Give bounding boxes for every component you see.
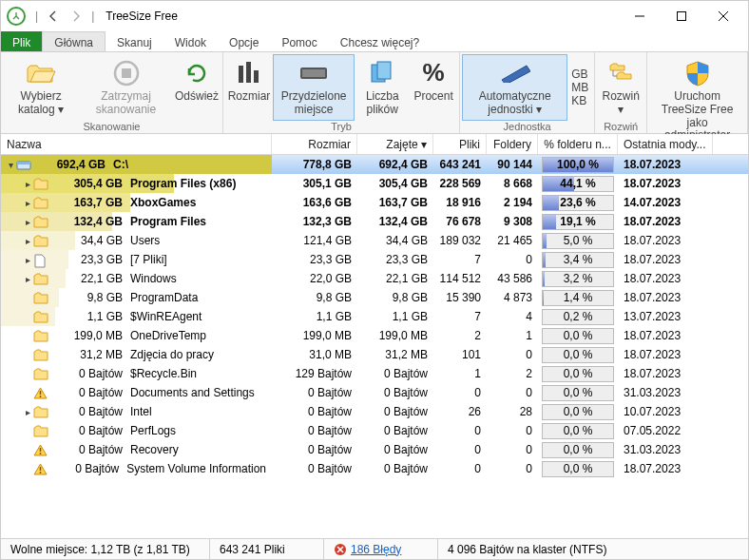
menu-home[interactable]: Główna [42,31,106,51]
forward-button[interactable] [65,5,87,28]
table-row[interactable]: 0 BajtówRecovery0 Bajtów0 Bajtów000,0 %3… [1,440,748,459]
cell-size: 9,8 GB [272,288,357,307]
cell-date: 18.07.2023 [618,345,713,364]
expand-button[interactable]: Rozwiń ▾ [597,54,644,121]
svg-marker-13 [502,66,530,83]
table-row[interactable]: ▸0 BajtówIntel0 Bajtów0 Bajtów26280,0 %1… [1,402,748,421]
folder-icon [33,368,48,380]
drive-icon [16,159,31,171]
folder-open-icon [26,58,56,88]
svg-rect-7 [246,62,251,83]
cell-name: ▸305,4 GBProgram Files (x86) [1,174,272,193]
unit-gb-button[interactable]: GB [571,68,588,81]
status-errors-link[interactable]: 186 Błędy [351,543,401,556]
cell-percent: 1,4 % [538,288,618,307]
mode-filecount-button[interactable]: Liczba plików [355,54,410,121]
expander-icon[interactable]: ▸ [22,179,33,189]
warning-icon [33,463,48,475]
table-row[interactable]: ▸163,7 GBXboxGames163,6 GB163,7 GB18 916… [1,193,748,212]
close-button[interactable] [702,1,744,31]
col-files[interactable]: Pliki [433,134,487,154]
table-row[interactable]: 0 BajtówSystem Volume Information0 Bajtó… [1,459,748,478]
table-row[interactable]: ▸22,1 GBWindows22,0 GB22,1 GB114 51243 5… [1,269,748,288]
table-row[interactable]: 199,0 MBOneDriveTemp199,0 MB199,0 MB210,… [1,326,748,345]
col-name[interactable]: Nazwa [1,134,272,154]
cell-folders: 90 144 [487,155,538,174]
expander-icon[interactable]: ▸ [22,274,33,284]
select-directory-button[interactable]: Wybierz katalog ▾ [3,54,79,121]
row-size-inline: 23,3 GB [54,253,123,266]
file-icon [33,254,48,266]
table-row[interactable]: ▸132,4 GBProgram Files132,3 GB132,4 GB76… [1,212,748,231]
back-button[interactable] [42,5,65,28]
cell-folders: 1 [487,326,538,345]
cell-folders: 2 194 [487,193,538,212]
cell-files: 26 [433,402,487,421]
row-name-label: OneDriveTemp [130,329,206,342]
table-row[interactable]: 0 BajtówDocuments and Settings0 Bajtów0 … [1,383,748,402]
table-row[interactable]: 1,1 GB$WinREAgent1,1 GB1,1 GB740,2 %13.0… [1,307,748,326]
cell-used: 0 Bajtów [357,402,433,421]
row-size-inline: 0 Bajtów [54,386,123,399]
row-name-label: [7 Pliki] [130,253,167,266]
cell-name: 0 BajtówRecovery [1,440,272,459]
table-row[interactable]: 0 BajtówPerfLogs0 Bajtów0 Bajtów000,0 %0… [1,421,748,440]
refresh-button[interactable]: Odśwież [173,54,221,121]
status-errors[interactable]: 186 Błędy [324,539,438,559]
menu-help[interactable]: Pomoc [270,31,328,51]
expander-icon[interactable]: ▸ [22,198,33,208]
table-row[interactable]: 0 Bajtów$Recycle.Bin129 Bajtów0 Bajtów12… [1,364,748,383]
row-size-inline: 0 Bajtów [54,424,123,437]
mode-size-button[interactable]: Rozmiar [225,54,273,121]
menubar: Plik Główna Skanuj Widok Opcje Pomoc Chc… [1,31,748,52]
cell-size: 31,0 MB [272,345,357,364]
col-size[interactable]: Rozmiar [272,134,357,154]
expander-icon[interactable]: ▾ [5,160,16,170]
table-row[interactable]: ▸305,4 GBProgram Files (x86)305,1 GB305,… [1,174,748,193]
expander-icon[interactable]: ▸ [22,236,33,246]
column-headers: Nazwa Rozmiar Zajęte ▾ Pliki Foldery % f… [1,134,748,155]
minimize-button[interactable] [619,1,661,31]
cell-name: 0 BajtówPerfLogs [1,421,272,440]
cell-folders: 0 [487,421,538,440]
stop-icon [111,58,142,88]
expand-label: Rozwiń ▾ [601,90,641,117]
cell-date: 07.05.2022 [618,421,713,440]
table-row[interactable]: ▾692,4 GBC:\778,8 GB692,4 GB643 24190 14… [1,155,748,174]
unit-kb-button[interactable]: KB [571,94,588,107]
menu-more[interactable]: Chcesz więcej? [329,31,431,51]
cell-used: 199,0 MB [357,326,433,345]
table-row[interactable]: ▸34,4 GBUsers121,4 GB34,4 GB189 03221 46… [1,231,748,250]
table-row[interactable]: ▸23,3 GB[7 Pliki]23,3 GB23,3 GB703,4 %18… [1,250,748,269]
row-name-label: Recovery [130,443,179,456]
expander-icon[interactable]: ▸ [22,255,33,265]
warning-icon [33,444,48,456]
warning-icon [33,387,48,399]
auto-units-button[interactable]: Automatyczne jednostki ▾ [462,54,567,121]
unit-mb-button[interactable]: MB [571,81,588,94]
cell-name: 9,8 GBProgramData [1,288,272,307]
menu-view[interactable]: Widok [163,31,218,51]
col-date[interactable]: Ostatnia mody... [618,134,713,154]
col-used[interactable]: Zajęte ▾ [357,134,433,154]
menu-options[interactable]: Opcje [218,31,270,51]
file-tree-grid[interactable]: ▾692,4 GBC:\778,8 GB692,4 GB643 24190 14… [1,155,748,538]
cell-used: 692,4 GB [357,155,433,174]
run-as-admin-button[interactable]: Uruchom TreeSize Free jako administrator [649,54,745,143]
mode-percent-button[interactable]: % Procent [410,54,457,121]
expander-icon[interactable]: ▸ [22,217,33,227]
col-folders[interactable]: Foldery [487,134,538,154]
stop-scan-button[interactable]: Zatrzymaj skanowanie [79,54,173,121]
maximize-button[interactable] [661,1,702,31]
table-row[interactable]: 9,8 GBProgramData9,8 GB9,8 GB15 3904 873… [1,288,748,307]
mode-allocated-button[interactable]: Przydzielone miejsce [273,54,355,121]
menu-file[interactable]: Plik [1,31,42,51]
window-title: TreeSize Free [106,10,178,23]
table-row[interactable]: 31,2 MBZdjęcia do pracy31,0 MB31,2 MB101… [1,345,748,364]
cell-size: 23,3 GB [272,250,357,269]
expander-icon[interactable]: ▸ [22,407,33,417]
folder-icon [33,311,48,323]
menu-scan[interactable]: Skanuj [106,31,163,51]
col-pct[interactable]: % folderu n... [538,134,618,154]
cell-percent: 0,0 % [538,383,618,402]
